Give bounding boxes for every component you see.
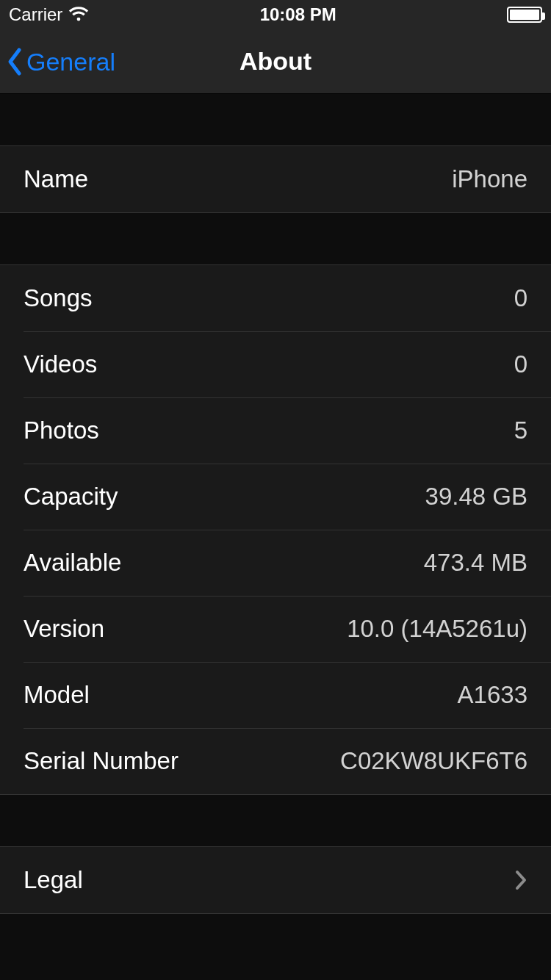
cell-value: 5 [514, 417, 527, 444]
chevron-left-icon [6, 47, 24, 76]
cell-label: Capacity [24, 483, 118, 511]
capacity-row: Capacity 39.48 GB [0, 464, 551, 530]
status-bar: Carrier 10:08 PM [0, 0, 551, 29]
name-row[interactable]: Name iPhone [0, 146, 551, 212]
wifi-icon [68, 7, 89, 23]
info-section: Songs 0 Videos 0 Photos 5 Capacity 39.48… [0, 264, 551, 795]
name-section: Name iPhone [0, 145, 551, 213]
available-row: Available 473.4 MB [0, 530, 551, 596]
cell-label: Videos [24, 350, 97, 378]
status-time: 10:08 PM [260, 4, 336, 25]
cell-value: 473.4 MB [424, 549, 527, 577]
name-value: iPhone [452, 165, 527, 193]
serial-row: Serial Number C02KW8UKF6T6 [0, 728, 551, 794]
model-row: Model A1633 [0, 662, 551, 728]
page-title: About [240, 47, 311, 76]
cell-label: Photos [24, 417, 99, 444]
back-label: General [26, 48, 115, 76]
cell-value: 39.48 GB [425, 483, 527, 511]
section-gap [0, 914, 551, 965]
status-right [507, 7, 542, 23]
cell-value: 0 [514, 350, 527, 378]
cell-label: Songs [24, 284, 93, 312]
battery-icon [507, 7, 542, 23]
back-button[interactable]: General [6, 29, 115, 94]
cell-value: C02KW8UKF6T6 [340, 747, 527, 775]
legal-label: Legal [24, 866, 83, 894]
version-row: Version 10.0 (14A5261u) [0, 596, 551, 662]
songs-row: Songs 0 [0, 265, 551, 331]
legal-section: Legal [0, 846, 551, 914]
status-left: Carrier [9, 4, 89, 25]
section-gap [0, 94, 551, 145]
cell-label: Available [24, 549, 121, 577]
cell-label: Version [24, 615, 104, 643]
cell-value: 10.0 (14A5261u) [347, 615, 527, 643]
nav-bar: General About [0, 29, 551, 94]
videos-row: Videos 0 [0, 331, 551, 397]
cell-label: Serial Number [24, 747, 179, 775]
chevron-right-icon [514, 869, 527, 891]
section-gap [0, 795, 551, 846]
name-label: Name [24, 165, 88, 193]
section-gap [0, 213, 551, 264]
photos-row: Photos 5 [0, 397, 551, 464]
cell-label: Model [24, 681, 90, 709]
cell-value: A1633 [458, 681, 527, 709]
carrier-label: Carrier [9, 4, 62, 25]
cell-value: 0 [514, 284, 527, 312]
legal-row[interactable]: Legal [0, 847, 551, 913]
